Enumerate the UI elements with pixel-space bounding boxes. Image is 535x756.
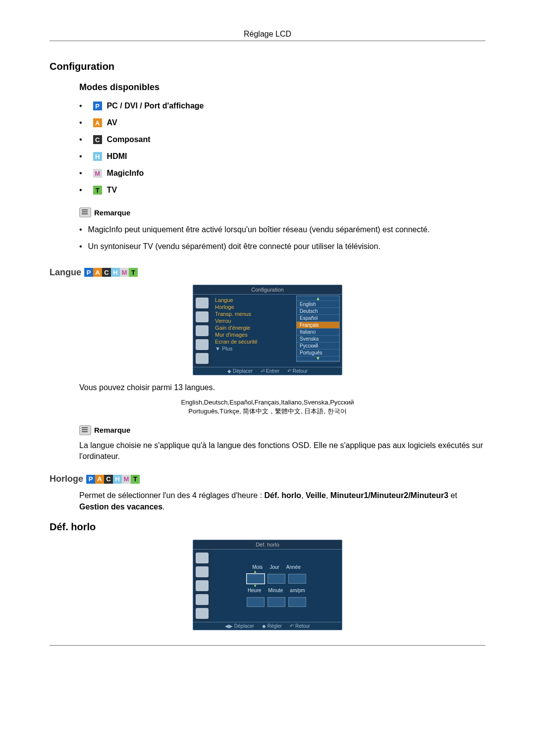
document-page: Réglage LCD Configuration Modes disponib…	[0, 0, 535, 685]
mode-item: P PC / DVI / Port d'affichage	[79, 98, 485, 114]
osd-icon	[196, 325, 209, 336]
badge-row: P A C H M T	[86, 475, 140, 484]
time-inputs	[247, 597, 306, 607]
osd-icon	[196, 298, 209, 308]
mode-label: AV	[107, 118, 117, 127]
arrow-down-icon: ▼	[297, 356, 339, 361]
badge-t-icon: T	[129, 268, 138, 277]
section-horloge-label: Horloge	[50, 474, 83, 484]
remark-heading: Remarque	[79, 207, 485, 217]
osd-footer-hint: ↶ Retour	[290, 623, 310, 629]
section-horloge: Horloge P A C H M T	[50, 474, 485, 484]
badge-c-icon: C	[104, 475, 113, 484]
langue-note: La langue choisie ne s'applique qu'à la …	[79, 440, 485, 462]
mode-item: C Composant	[79, 131, 485, 148]
badge-t-icon: T	[93, 186, 102, 195]
section-def-horlo: Déf. horlo	[50, 521, 485, 533]
badge-m-icon: M	[93, 169, 102, 178]
osd-footer: ◀▶ Déplacer ◆ Régler ↶ Retour	[193, 622, 342, 630]
mode-item: H HDMI	[79, 148, 485, 165]
badge-h-icon: H	[113, 475, 122, 484]
date-inputs	[247, 573, 306, 584]
dropdown-option: Deutsch	[297, 308, 339, 315]
osd-icon	[196, 580, 209, 591]
divider	[50, 41, 485, 41]
mode-label: HDMI	[107, 152, 127, 161]
osd-item-list: Langue Horloge Transp. menus Verrou Gain…	[211, 295, 342, 367]
modes-list: P PC / DVI / Port d'affichage A AV C Com…	[79, 98, 485, 199]
langue-list-line: English,Deutsch,Español,Français,Italian…	[50, 398, 485, 407]
minute-field	[268, 597, 285, 607]
badge-a-icon: A	[93, 268, 102, 277]
ampm-field	[288, 597, 306, 607]
remark-heading: Remarque	[79, 425, 485, 435]
osd-icon	[196, 608, 209, 619]
badge-m-icon: M	[120, 268, 129, 277]
badge-p-icon: P	[86, 475, 95, 484]
osd-langue-menu: Configuration Langue Horloge Transp. men…	[193, 285, 342, 375]
month-field	[247, 574, 265, 584]
note-item: Un syntoniseur TV (vendu séparément) doi…	[79, 238, 485, 255]
badge-p-icon: P	[93, 101, 102, 110]
langue-intro: Vous pouvez choisir parmi 13 langues.	[79, 382, 485, 393]
badge-a-icon: A	[95, 475, 104, 484]
date-labels: Mois Jour Année	[252, 564, 301, 570]
note-item: MagicInfo peut uniquement être activé lo…	[79, 221, 485, 238]
mode-item: T TV	[79, 182, 485, 199]
dropdown-option: Italiano	[297, 329, 339, 336]
osd-footer-hint: ↶ Retour	[287, 368, 308, 374]
osd-category-icons	[193, 295, 211, 367]
badge-c-icon: C	[93, 135, 102, 144]
mode-item: A AV	[79, 114, 485, 131]
osd-icon	[196, 311, 209, 322]
year-field	[288, 574, 306, 584]
badge-a-icon: A	[93, 118, 102, 127]
remark-label: Remarque	[94, 426, 130, 434]
badge-m-icon: M	[122, 475, 131, 484]
mode-label: Composant	[107, 135, 151, 144]
note-icon	[79, 207, 91, 217]
note-icon	[79, 425, 91, 435]
section-modes-disponibles: Modes disponibles	[79, 82, 485, 93]
arrow-up-icon: ▲	[297, 297, 339, 301]
mode-label: PC / DVI / Port d'affichage	[107, 101, 204, 110]
divider	[50, 645, 485, 646]
osd-footer-hint: ◆ Déplacer	[227, 368, 253, 374]
osd-icon	[196, 566, 209, 577]
osd-language-dropdown: ▲ English Deutsch Español Français Itali…	[296, 296, 340, 362]
badge-h-icon: H	[93, 152, 102, 161]
osd-icon	[196, 353, 209, 364]
osd-footer: ◆ Déplacer ⏎ Entrer ↶ Retour	[193, 367, 342, 375]
remark-notes: MagicInfo peut uniquement être activé lo…	[79, 221, 485, 255]
section-langue-label: Langue	[50, 267, 81, 278]
osd-title: Configuration	[193, 285, 342, 295]
osd-def-horlo: Déf. horlo Mois Jour Année	[193, 540, 342, 630]
remark-label: Remarque	[94, 208, 130, 217]
section-configuration: Configuration	[50, 61, 485, 72]
osd-category-icons	[193, 550, 211, 622]
mode-label: MagicInfo	[107, 169, 144, 178]
langue-list: English,Deutsch,Español,Français,Italian…	[50, 398, 485, 416]
dropdown-option: Русский	[297, 343, 339, 350]
day-field	[268, 574, 285, 584]
osd-icon	[196, 339, 209, 350]
dropdown-option-selected: Français	[297, 322, 339, 329]
dropdown-option: Español	[297, 315, 339, 322]
mode-item: M MagicInfo	[79, 165, 485, 182]
osd-defhorlo-panel: Mois Jour Année Heure Minute am/pm	[211, 550, 342, 622]
horloge-text: Permet de sélectionner l'un des 4 réglag…	[79, 490, 485, 512]
badge-row: P A C H M T	[84, 268, 138, 277]
dropdown-option: English	[297, 301, 339, 308]
hour-field	[247, 597, 265, 607]
section-langue: Langue P A C H M T	[50, 267, 485, 278]
mode-label: TV	[107, 186, 117, 195]
page-header-title: Réglage LCD	[50, 30, 485, 39]
badge-h-icon: H	[111, 268, 120, 277]
badge-t-icon: T	[131, 475, 140, 484]
badge-c-icon: C	[102, 268, 111, 277]
osd-footer-hint: ⏎ Entrer	[261, 368, 279, 374]
osd-footer-hint: ◆ Régler	[262, 623, 282, 629]
osd-title: Déf. horlo	[193, 540, 342, 550]
osd-footer-hint: ◀▶ Déplacer	[225, 623, 254, 629]
osd-icon	[196, 553, 209, 563]
